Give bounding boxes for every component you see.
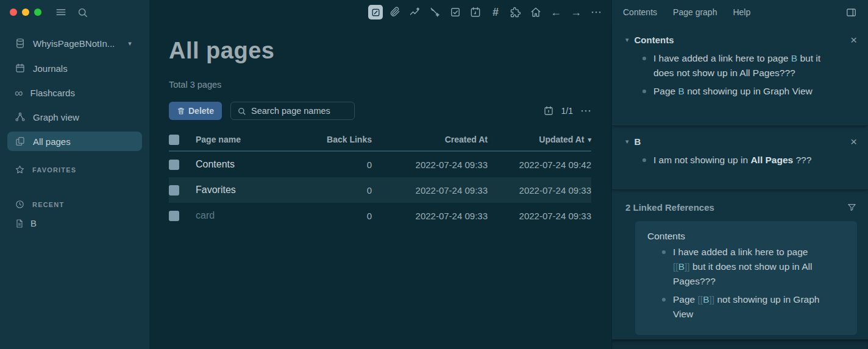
sidebar-nav: Journals ∞ Flashcards Graph view All pag…	[7, 58, 142, 151]
sidebar-item-all-pages[interactable]: All pages	[7, 132, 142, 151]
all-pages-table: Page name Back Links Created At Updated …	[169, 129, 591, 228]
paperclip-icon[interactable]	[387, 4, 403, 20]
column-header-page-name[interactable]: Page name	[196, 135, 299, 144]
bracket-open: [[	[698, 294, 703, 305]
zoom-window-button[interactable]	[34, 9, 41, 16]
page-name-link[interactable]: card	[196, 210, 299, 221]
reference-page-title[interactable]: Contents	[647, 229, 847, 244]
collapse-caret-icon[interactable]: ▾	[625, 36, 629, 44]
graph-switcher[interactable]: WhyisPageBNotIn... ▾	[7, 34, 142, 52]
delete-button[interactable]: Delete	[169, 102, 222, 120]
star-icon	[15, 164, 25, 175]
page-title: All pages	[169, 38, 611, 64]
favorites-section-header[interactable]: FAVORITES	[15, 164, 135, 175]
row-checkbox[interactable]	[169, 185, 179, 196]
search-icon[interactable]	[77, 7, 88, 18]
row-checkbox[interactable]	[169, 211, 179, 221]
main-toolbar: # ← → ⋯	[368, 0, 604, 24]
back-links-count: 0	[299, 160, 372, 170]
page-name-link[interactable]: Contents	[196, 159, 299, 170]
page-link-b[interactable]: B	[678, 261, 685, 272]
delete-button-label: Delete	[188, 106, 214, 116]
page-b-panel-title[interactable]: B	[635, 136, 641, 147]
list-item[interactable]: I am not showing up in All Pages ???	[642, 153, 836, 167]
close-icon[interactable]: ×	[850, 34, 857, 46]
hamburger-menu-icon[interactable]	[55, 6, 67, 18]
page-name-link[interactable]: Favorites	[196, 185, 299, 196]
task-icon[interactable]	[447, 4, 463, 20]
more-icon[interactable]: ⋯	[588, 4, 604, 20]
forward-icon[interactable]: →	[568, 4, 584, 20]
bullet-text: Page	[653, 86, 678, 96]
calendar-icon[interactable]	[468, 4, 483, 20]
home-icon[interactable]	[528, 4, 544, 20]
traffic-lights	[10, 9, 41, 16]
collapse-caret-icon[interactable]: ▾	[625, 138, 629, 146]
table-header-row: Page name Back Links Created At Updated …	[169, 129, 591, 152]
sidebar-item-label: Journals	[33, 63, 68, 74]
linked-references-panel: 2 Linked References Contents I have adde…	[612, 190, 868, 339]
activity-icon[interactable]	[407, 4, 423, 20]
tab-page-graph[interactable]: Page graph	[673, 7, 717, 17]
updated-at-value: 2022-07-24 09:33	[488, 211, 591, 221]
calendar-filter-icon[interactable]	[543, 105, 554, 116]
column-header-back-links[interactable]: Back Links	[299, 135, 372, 144]
close-window-button[interactable]	[10, 9, 17, 16]
sidebar-item-label: Graph view	[33, 112, 79, 122]
bracket-open: [[	[673, 261, 678, 272]
list-item[interactable]: I have added a link here to page B but i…	[642, 51, 836, 80]
select-all-checkbox[interactable]	[169, 135, 179, 145]
sidebar-item-graph-view[interactable]: Graph view	[7, 107, 142, 127]
created-at-value: 2022-07-24 09:33	[372, 211, 488, 221]
page-b-panel: ▾ B × I am not showing up in All Pages ?…	[612, 126, 868, 190]
hash-icon[interactable]: #	[488, 4, 503, 20]
trash-icon	[177, 107, 185, 115]
bullet-text: but it does not show up in All Pages???	[673, 261, 812, 286]
list-item[interactable]: Page B not showing up in Graph View	[642, 84, 836, 99]
close-icon[interactable]: ×	[850, 136, 857, 147]
bold-text: All Pages	[750, 155, 793, 165]
recent-section-header[interactable]: RECENT	[15, 199, 135, 210]
list-item[interactable]: I have added a link here to page [[B]] b…	[662, 245, 822, 289]
plugins-icon[interactable]	[508, 4, 524, 20]
sidebar-item-journals[interactable]: Journals	[7, 58, 142, 78]
page-link-b[interactable]: B	[703, 294, 709, 305]
minimize-window-button[interactable]	[22, 9, 29, 16]
bracket-close: ]]	[685, 261, 690, 272]
column-header-created-at[interactable]: Created At	[372, 135, 488, 144]
column-header-updated-at-label: Updated At	[539, 135, 584, 144]
main-content: # ← → ⋯ All pages Total 3 pages Delete	[149, 0, 611, 349]
bullet-text: not showing up in Graph View	[685, 86, 813, 96]
sidebar-item-label: All pages	[33, 136, 71, 147]
page-link-b[interactable]: B	[678, 86, 685, 96]
row-checkbox[interactable]	[169, 160, 179, 170]
created-at-value: 2022-07-24 09:33	[372, 160, 488, 170]
filter-icon[interactable]	[847, 202, 857, 213]
draw-icon[interactable]	[427, 4, 443, 20]
edit-icon[interactable]	[368, 5, 383, 19]
graph-icon	[15, 111, 26, 122]
sidebar-item-label: Flashcards	[30, 88, 75, 98]
window-controls-bar	[0, 0, 149, 24]
table-row: Contents 0 2022-07-24 09:33 2022-07-24 0…	[169, 152, 591, 177]
toggle-right-sidebar-icon[interactable]	[845, 7, 857, 18]
sidebar-item-flashcards[interactable]: ∞ Flashcards	[7, 83, 142, 102]
updated-at-value: 2022-07-24 09:33	[488, 185, 591, 196]
bullet-text: Page	[673, 294, 698, 305]
table-more-icon[interactable]: ⋯	[580, 105, 591, 116]
list-item[interactable]: Page [[B]] not showing up in Graph View	[662, 292, 822, 322]
search-page-names-input[interactable]	[251, 106, 348, 116]
linked-references-title: 2 Linked References	[625, 202, 714, 213]
tab-contents[interactable]: Contents	[623, 7, 657, 17]
contents-panel-title[interactable]: Contents	[635, 35, 674, 45]
bracket-close: ]]	[709, 294, 714, 305]
linked-references-header: 2 Linked References	[625, 202, 857, 213]
table-actions-bar: Delete 1/1 ⋯	[169, 102, 591, 120]
pages-icon	[15, 136, 26, 147]
tab-help[interactable]: Help	[733, 7, 750, 17]
back-icon[interactable]: ←	[548, 4, 564, 20]
column-header-updated-at[interactable]: Updated At ▾	[488, 135, 591, 144]
recent-item-b[interactable]: B	[15, 218, 135, 228]
infinity-icon: ∞	[15, 87, 23, 99]
page-link-b[interactable]: B	[791, 53, 797, 63]
